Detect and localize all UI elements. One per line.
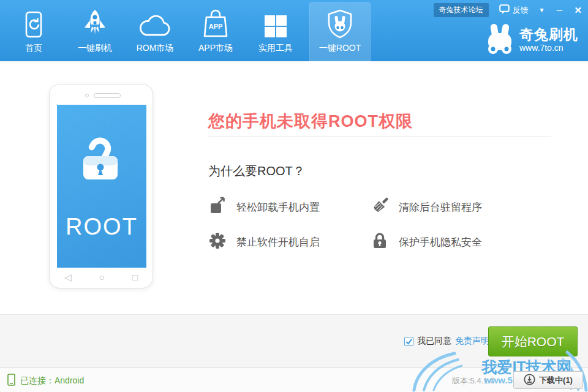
lock-icon [371,232,389,252]
cloud-icon [137,7,173,39]
feature-autostart: 禁止软件开机自启 [208,232,320,252]
nav-label: ROM市场 [137,43,174,54]
feedback-label: 反馈 [513,5,529,16]
logo-url: www.7to.cn [519,43,578,53]
android-back-icon: ◁ [64,272,72,283]
phone-nav-buttons: ◁ ○ □ [64,272,138,283]
start-root-button[interactable]: 开始ROOT [488,326,578,356]
grid-icon [263,7,288,39]
connected-phone-icon [7,374,15,388]
app-logo: 奇兔刷机 www.7to.cn [486,23,578,56]
rocket-icon [83,7,107,39]
nav-label: APP市场 [198,43,233,54]
status-bar: 已连接：Android 版本:5.4.1.0 下载中(1) [0,368,588,392]
feature-privacy: 保护手机隐私安全 [371,232,482,252]
agreement-row: 我已同意 免责声明 [404,336,489,347]
download-label: 下载中(1) [539,375,573,386]
phone-speaker-slot [94,93,121,98]
unlock-padlock-icon [76,133,127,184]
disclaimer-link[interactable]: 免责声明 [455,336,489,347]
nav-item-rom-market[interactable]: ROM市场 [126,0,184,61]
agree-label: 我已同意 [417,336,451,347]
title-divider [208,136,551,137]
menu-caret-icon[interactable]: ▼ [539,7,545,13]
download-icon [524,374,535,387]
uninstall-icon [208,197,227,217]
phone-screen: ROOT [57,105,146,268]
nav-item-flash[interactable]: 一键刷机 [66,0,124,61]
nav-label: 实用工具 [258,43,293,54]
footer-bar: 我已同意 免责声明 开始ROOT [0,314,588,368]
feature-uninstall: 轻松卸载手机内置 [208,197,320,217]
page-title: 您的手机未取得ROOT权限 [208,110,413,132]
feature-clean: 清除后台驻留程序 [371,197,482,217]
header: 首页 一键刷机 [0,0,588,61]
feature-label: 禁止软件开机自启 [236,235,320,249]
phone-refresh-icon [23,7,44,39]
brush-icon [371,197,389,217]
phone-camera-dot [85,94,89,97]
screen-root-label: ROOT [57,214,146,240]
download-manager-button[interactable]: 下载中(1) [513,371,583,389]
agree-checkbox[interactable] [404,337,413,346]
forum-button[interactable]: 奇兔技术论坛 [434,3,489,17]
main-content: ROOT ◁ ○ □ 您的手机未取得ROOT权限 为什么要ROOT？ 轻松卸载手… [0,61,588,314]
nav-label: 首页 [25,43,42,54]
nav-label: 一键ROOT [319,43,361,54]
connection-status: 已连接：Android [7,374,84,388]
version-label: 版本:5.4.1.0 [452,375,494,386]
connected-label: 已连接：Android [20,375,84,386]
app-window: 首页 一键刷机 [0,0,588,392]
nav-item-tools[interactable]: 实用工具 [247,0,304,61]
speech-bubble-icon [499,4,510,16]
nav-item-home[interactable]: 首页 [11,0,56,61]
window-controls: 奇兔技术论坛 反馈 ▼ ─ ✕ [434,3,582,17]
app-bag-icon: APP [202,7,229,39]
feedback-button[interactable]: 反馈 [499,4,529,16]
nav-label: 一键刷机 [78,43,112,54]
nav-item-app-market[interactable]: APP APP市场 [187,0,244,61]
nav-item-one-key-root-active[interactable]: 一键ROOT [309,2,371,61]
svg-text:APP: APP [209,23,223,30]
gear-icon [208,232,227,252]
rabbit-logo-icon [486,23,514,56]
feature-label: 保护手机隐私安全 [399,235,482,249]
phone-illustration: ROOT ◁ ○ □ [49,84,153,288]
android-recent-icon: □ [132,272,138,283]
minimize-button[interactable]: ─ [555,6,564,15]
feature-label: 轻松卸载手机内置 [236,200,320,214]
why-root-heading: 为什么要ROOT？ [208,163,305,179]
shield-rabbit-icon [326,7,354,39]
feature-label: 清除后台驻留程序 [399,200,482,214]
logo-title: 奇兔刷机 [519,27,578,42]
close-button[interactable]: ✕ [574,5,582,16]
android-home-icon: ○ [99,272,105,283]
